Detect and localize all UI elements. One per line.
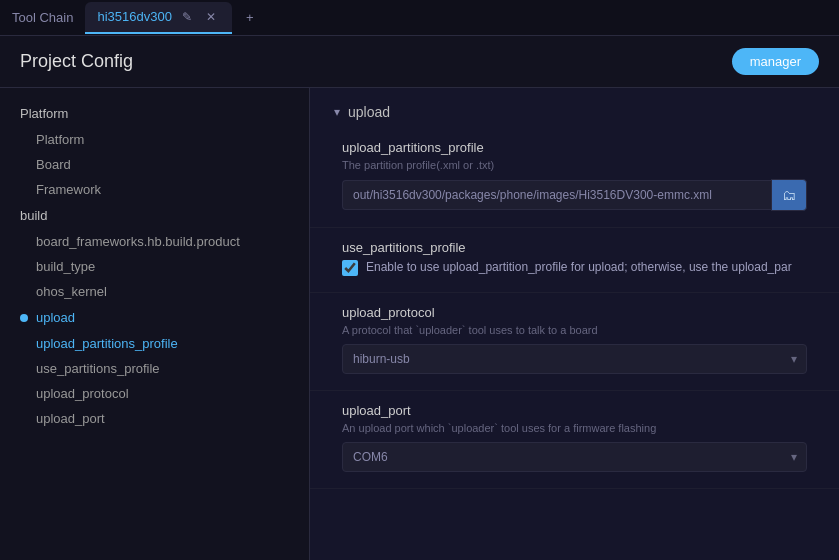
tab-edit-icon[interactable]: ✎: [178, 8, 196, 26]
sidebar-item-upload-partitions-profile[interactable]: upload_partitions_profile: [0, 331, 309, 356]
checkbox-row: Enable to use upload_partition_profile f…: [342, 259, 807, 276]
upload-group-indicator: [20, 314, 28, 322]
checkbox-use-partitions-profile[interactable]: [342, 260, 358, 276]
sidebar-item-use-partitions-profile[interactable]: use_partitions_profile: [0, 356, 309, 381]
field-hint-upload-partitions-profile: The partition profile(.xml or .txt): [342, 159, 807, 171]
field-label-upload-protocol: upload_protocol: [342, 305, 807, 320]
sidebar-item-build-type[interactable]: build_type: [0, 254, 309, 279]
select-row-port: COM6 COM3 COM4 COM5 ▾: [342, 442, 807, 472]
main-container: Project Config manager Platform Platform…: [0, 36, 839, 560]
sidebar-item-framework[interactable]: Framework: [0, 177, 309, 202]
field-hint-upload-port: An upload port which `uploader` tool use…: [342, 422, 807, 434]
sidebar-item-ohos-kernel[interactable]: ohos_kernel: [0, 279, 309, 304]
file-input-row: 🗂: [342, 179, 807, 211]
sidebar-item-upload-group[interactable]: upload: [0, 304, 309, 331]
section-title-upload: upload: [348, 104, 390, 120]
field-label-upload-partitions-profile: upload_partitions_profile: [342, 140, 807, 155]
field-label-upload-port: upload_port: [342, 403, 807, 418]
tab-hi3516dv300[interactable]: hi3516dv300 ✎ ✕: [85, 2, 231, 34]
sidebar: Platform Platform Board Framework build …: [0, 88, 310, 560]
sidebar-group-build: build board_frameworks.hb.build.product …: [0, 202, 309, 304]
sidebar-item-build-group[interactable]: build: [0, 202, 309, 229]
select-upload-protocol[interactable]: hiburn-usb hiburn-net hiburn-serial: [342, 344, 807, 374]
tab-add-icon: +: [246, 10, 254, 25]
sidebar-item-board-frameworks[interactable]: board_frameworks.hb.build.product: [0, 229, 309, 254]
content-area: Platform Platform Board Framework build …: [0, 88, 839, 560]
page-title: Project Config: [20, 51, 133, 72]
field-use-partitions-profile: use_partitions_profile Enable to use upl…: [310, 228, 839, 293]
file-browse-button[interactable]: 🗂: [771, 179, 807, 211]
main-panel: ▾ upload upload_partitions_profile The p…: [310, 88, 839, 560]
select-upload-port[interactable]: COM6 COM3 COM4 COM5: [342, 442, 807, 472]
select-row-protocol: hiburn-usb hiburn-net hiburn-serial ▾: [342, 344, 807, 374]
sidebar-item-platform-group[interactable]: Platform: [0, 100, 309, 127]
tab-bar: Tool Chain hi3516dv300 ✎ ✕ +: [0, 0, 839, 36]
tab-label: hi3516dv300: [97, 9, 171, 24]
field-label-use-partitions-profile: use_partitions_profile: [342, 240, 807, 255]
file-input-upload-partitions-profile[interactable]: [342, 180, 771, 210]
field-upload-protocol: upload_protocol A protocol that `uploade…: [310, 293, 839, 391]
tab-close-icon[interactable]: ✕: [202, 8, 220, 26]
manager-button[interactable]: manager: [732, 48, 819, 75]
sidebar-item-board[interactable]: Board: [0, 152, 309, 177]
section-header-upload[interactable]: ▾ upload: [310, 88, 839, 128]
sidebar-group-upload: upload upload_partitions_profile use_par…: [0, 304, 309, 431]
tab-add-button[interactable]: +: [238, 6, 262, 30]
folder-icon: 🗂: [782, 187, 796, 203]
sidebar-item-upload-protocol[interactable]: upload_protocol: [0, 381, 309, 406]
page-header: Project Config manager: [0, 36, 839, 88]
app-name: Tool Chain: [8, 10, 85, 25]
field-hint-upload-protocol: A protocol that `uploader` tool uses to …: [342, 324, 807, 336]
field-upload-partitions-profile: upload_partitions_profile The partition …: [310, 128, 839, 228]
checkbox-label-use-partitions-profile: Enable to use upload_partition_profile f…: [366, 259, 792, 276]
section-chevron-icon: ▾: [334, 105, 340, 119]
sidebar-item-upload-port[interactable]: upload_port: [0, 406, 309, 431]
sidebar-item-platform[interactable]: Platform: [0, 127, 309, 152]
field-upload-port: upload_port An upload port which `upload…: [310, 391, 839, 489]
sidebar-group-platform: Platform Platform Board Framework: [0, 100, 309, 202]
